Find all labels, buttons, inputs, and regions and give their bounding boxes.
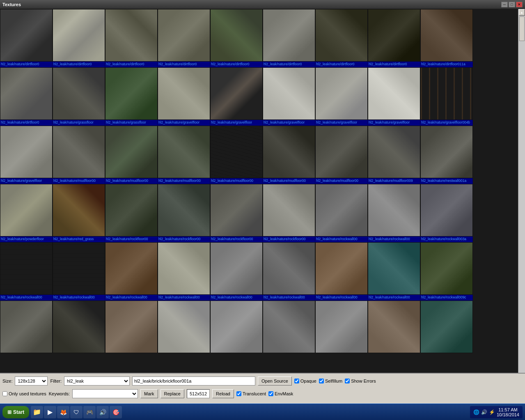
taskbar-icon-hammer[interactable]: 🎯 [110, 406, 122, 418]
texture-item[interactable] [315, 301, 368, 353]
scroll-thumb[interactable] [519, 16, 525, 41]
maximize-button[interactable]: □ [509, 2, 515, 7]
open-source-button[interactable]: Open Source [258, 376, 292, 386]
texture-item[interactable] [368, 184, 420, 236]
row-labels-4: hl2_leak/nature/powderfloor hl2_leak/nat… [0, 236, 473, 242]
taskbar-icon-firefox[interactable]: 🦊 [57, 406, 69, 418]
texture-item[interactable] [420, 242, 473, 295]
opaque-checkbox[interactable] [294, 379, 299, 383]
texture-item[interactable] [263, 242, 315, 295]
size-dropdown[interactable]: 128x128 64x64 256x256 512x512 [15, 376, 48, 386]
texture-item[interactable] [158, 242, 210, 295]
texture-item[interactable] [105, 67, 158, 120]
scroll-up-button[interactable]: ▲ [519, 9, 525, 16]
show-errors-checkbox-group: Show Errors [345, 379, 376, 383]
texture-item[interactable] [53, 9, 105, 62]
texture-item[interactable] [158, 9, 210, 62]
texture-item[interactable] [0, 242, 53, 295]
texture-grid-scroll[interactable]: hl2_leak/nature/dirtfloor0 hl2_leak/natu… [0, 9, 518, 373]
texture-item[interactable] [158, 184, 210, 236]
taskbar-icon-sound[interactable]: 🔊 [96, 406, 109, 418]
row-label: hl2_leak/nature/rockfloor00 [263, 236, 315, 242]
texture-item[interactable] [53, 242, 105, 295]
texture-item[interactable] [210, 184, 263, 236]
row-label: hl2_leak/nature/dirtfloor0 [368, 62, 420, 67]
texture-item[interactable] [315, 126, 368, 178]
row-label: hl2_leak/nature/dirtfloor0 [0, 62, 53, 67]
texture-item[interactable] [263, 67, 315, 120]
taskbar-icon-explorer[interactable]: 📁 [31, 406, 43, 418]
texture-item[interactable] [158, 126, 210, 178]
texture-item[interactable] [263, 126, 315, 178]
texture-item[interactable] [263, 9, 315, 62]
row-label: hl2_leak/nature/dirtfloor0 [53, 62, 105, 67]
texture-item[interactable] [53, 67, 105, 120]
taskbar-icon-antivirus[interactable]: 🛡 [70, 406, 83, 418]
texture-item[interactable] [210, 67, 263, 120]
row-label: hl2_leak/nature/red_grass [53, 236, 105, 242]
texture-item[interactable] [105, 301, 158, 353]
texture-item[interactable] [158, 67, 210, 120]
texture-item[interactable] [105, 184, 158, 236]
start-button[interactable]: ⊞ Start [2, 406, 29, 418]
texture-item[interactable] [0, 184, 53, 236]
texture-item[interactable] [315, 184, 368, 236]
texture-item[interactable] [105, 9, 158, 62]
texture-item[interactable] [0, 9, 53, 62]
envmask-checkbox[interactable] [268, 391, 273, 396]
texture-item[interactable] [0, 67, 53, 120]
texture-item[interactable] [368, 126, 420, 178]
taskbar-icon-media[interactable]: ▶ [44, 406, 56, 418]
vertical-scrollbar[interactable]: ▲ [518, 9, 525, 373]
reload-button[interactable]: Reload [212, 389, 234, 398]
texture-item[interactable] [420, 184, 473, 236]
texture-item[interactable] [368, 9, 420, 62]
texture-item[interactable] [105, 126, 158, 178]
taskbar-icon-steam[interactable]: 🎮 [83, 406, 96, 418]
toolbar-row-2: Only used textures Keywords: Mark Replac… [2, 388, 523, 399]
minimize-button[interactable]: ─ [501, 2, 508, 7]
texture-item[interactable] [263, 301, 315, 353]
row-label: hl2_leak/nature/rockwall009c [420, 295, 473, 301]
texture-item[interactable] [368, 67, 420, 120]
selfillum-checkbox[interactable] [319, 379, 324, 383]
texture-item[interactable] [420, 67, 473, 120]
only-used-checkbox[interactable] [2, 391, 7, 396]
row-label: hl2_leak/nature/mudfloor00 [263, 178, 315, 184]
envmask-checkbox-group: EnvMask [268, 391, 293, 396]
texture-item[interactable] [368, 301, 420, 353]
texture-item[interactable] [210, 301, 263, 353]
replace-button[interactable]: Replace [160, 389, 184, 398]
show-errors-checkbox[interactable] [345, 379, 350, 383]
texture-item[interactable] [158, 301, 210, 353]
texture-item[interactable] [263, 184, 315, 236]
filter-dropdown[interactable]: hl2_leak [64, 376, 130, 386]
texture-item[interactable] [0, 126, 53, 178]
windows-logo-icon: ⊞ [7, 409, 11, 415]
texture-item[interactable] [0, 301, 53, 353]
texture-item[interactable] [210, 126, 263, 178]
window-controls: ─ □ ✕ [501, 2, 523, 7]
close-button[interactable]: ✕ [516, 2, 523, 7]
keywords-dropdown[interactable] [72, 389, 138, 398]
texture-item[interactable] [368, 242, 420, 295]
texture-item[interactable] [315, 242, 368, 295]
texture-item[interactable] [53, 184, 105, 236]
row-label: hl2_leak/nature/rockwall00 [210, 295, 263, 301]
mark-button[interactable]: Mark [140, 389, 158, 398]
texture-item[interactable] [420, 9, 473, 62]
row-label: hl2_leak/nature/rockwall00 [105, 295, 158, 301]
texture-item[interactable] [210, 9, 263, 62]
row-label: hl2_leak/nature/rockfloor00 [158, 236, 210, 242]
texture-item[interactable] [210, 242, 263, 295]
texture-item[interactable] [420, 126, 473, 178]
texture-item[interactable] [315, 9, 368, 62]
texture-item[interactable] [315, 67, 368, 120]
texture-item[interactable] [53, 301, 105, 353]
texture-item[interactable] [105, 242, 158, 295]
taskbar-left: ⊞ Start 📁 ▶ 🦊 🛡 🎮 🔊 🎯 [2, 406, 122, 418]
row-label: hl2_leak/nature/dirtfloor0 [263, 62, 315, 67]
texture-item[interactable] [420, 301, 473, 353]
texture-item[interactable] [53, 126, 105, 178]
translucent-checkbox[interactable] [236, 391, 241, 396]
